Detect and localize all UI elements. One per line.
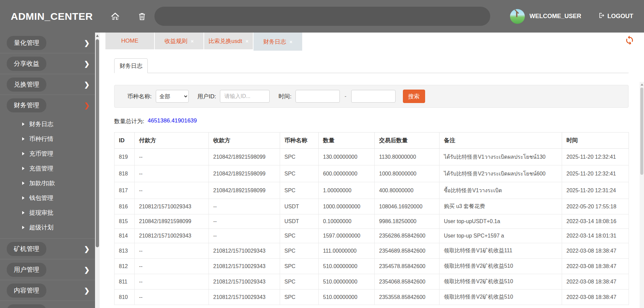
cell-time: 2022-05-20 17:55:18 <box>562 199 629 214</box>
cell-time: 2022-03-08 18:38:47 <box>562 243 629 259</box>
search-button[interactable]: 搜索 <box>403 90 425 103</box>
coin-select[interactable]: 全部 <box>156 90 189 103</box>
close-icon[interactable]: × <box>289 39 292 45</box>
panel-tab-strip: 财务日志 <box>114 58 629 73</box>
submenu-wallet[interactable]: 钱包管理 <box>0 191 95 205</box>
chevron-right-icon: ❯ <box>84 81 90 89</box>
close-icon[interactable]: × <box>245 38 248 44</box>
panel-tab-finance-log[interactable]: 财务日志 <box>114 58 148 73</box>
chevron-right-icon: ❯ <box>84 39 90 47</box>
cell-remark: 领取比特怪兽V1矿机收益111 <box>440 243 562 259</box>
tab-home[interactable]: HOME <box>105 33 154 49</box>
submenu-arrow-icon <box>22 226 25 229</box>
cell-balance-after: 1130.80000000 <box>375 149 440 165</box>
submenu-withdraw-review[interactable]: 提现审批 <box>0 205 95 220</box>
user-id-label: 用户ID: <box>197 93 216 100</box>
cell-balance-after: 2354068.85842600 <box>375 274 440 290</box>
cell-id: 819 <box>114 149 135 165</box>
submenu-coin-market[interactable]: 币种行情 <box>0 132 95 146</box>
cell-payee: 210842/18921598099 <box>209 149 280 165</box>
submenu-super-plan[interactable]: 超级计划 <box>0 220 95 235</box>
cell-remark: 领取比特怪兽V2矿机收益510 <box>440 274 562 290</box>
cell-balance-after: 9986.18250000 <box>375 214 440 229</box>
close-icon[interactable]: × <box>191 38 194 44</box>
cell-amount: 600.00000000 <box>319 165 375 182</box>
cell-payee: -- <box>209 229 280 243</box>
sidebar-item-exchange[interactable]: 兑换管理 ❯ <box>0 74 95 95</box>
content-scrollbar[interactable] <box>640 82 644 308</box>
cell-balance-after: 2356286.85842600 <box>375 229 440 243</box>
cell-amount: 510.00000000 <box>319 274 375 290</box>
sidebar-item-quant[interactable]: 量化管理 ❯ <box>0 33 95 53</box>
welcome-user-label: WELCOME_USER <box>530 13 581 20</box>
logout-icon <box>598 12 605 20</box>
sidebar-item-users[interactable]: 用户管理 ❯ <box>0 259 95 280</box>
tab-finance-log[interactable]: 财务日志 × <box>254 33 302 51</box>
submenu-arrow-icon <box>22 182 25 185</box>
sidebar-item-content[interactable]: 内容管理 ❯ <box>0 280 95 301</box>
sidebar-item-share[interactable]: 分享收益 ❯ <box>0 53 95 74</box>
content-scrollbar-thumb[interactable] <box>640 88 643 175</box>
cell-payer: -- <box>135 149 209 165</box>
totals-row: 数量总计为: 4651386.41901639 <box>114 117 629 125</box>
scroll-up-arrow-icon[interactable] <box>641 84 643 86</box>
tab-bar: HOME 收益规则 × 比索兑换usdt × 财务日志 × <box>100 33 644 49</box>
chevron-right-icon: ❯ <box>84 245 90 253</box>
cell-payee: -- <box>209 214 280 229</box>
totals-label: 数量总计为: <box>114 117 144 125</box>
time-range-separator: - <box>344 93 346 99</box>
cell-coin-name: SPC <box>280 259 319 274</box>
chevron-right-icon: ❯ <box>84 266 90 274</box>
cell-payer: 210842/18921598099 <box>135 214 209 229</box>
time-start-input[interactable] <box>295 90 340 103</box>
avatar <box>510 9 525 24</box>
table-row: 816 210812/15710029343 -- USDT 1000.0000… <box>114 199 629 214</box>
cell-remark: 领取比特怪兽V2矿机收益510 <box>440 259 562 274</box>
user-id-input[interactable] <box>220 90 270 103</box>
coin-name-label: 币种名称: <box>127 93 152 100</box>
tab-peso-usdt[interactable]: 比索兑换usdt × <box>204 33 253 49</box>
cell-balance-after: 2354578.85842600 <box>375 259 440 274</box>
table-row: 814 210812/15710029343 -- SPC 1597.00000… <box>114 229 629 243</box>
sidebar-scrollbar[interactable] <box>95 33 100 308</box>
cell-payer: -- <box>135 274 209 290</box>
cell-amount: 510.00000000 <box>319 259 375 274</box>
cell-payer: 210812/15710029343 <box>135 229 209 243</box>
submenu-finance-log[interactable]: 财务日志 <box>0 117 95 132</box>
sidebar-item-app-config[interactable]: APP配置 ❯ <box>0 301 95 308</box>
cell-id: 815 <box>114 214 135 229</box>
totals-value-link[interactable]: 4651386.41901639 <box>148 117 197 125</box>
time-end-input[interactable] <box>351 90 396 103</box>
trash-icon[interactable] <box>138 12 146 21</box>
cell-coin-name: SPC <box>280 149 319 165</box>
page-content: 财务日志 币种名称: 全部 用户ID: 时间: - 搜索 数量总计为: 4651… <box>100 49 644 305</box>
cell-remark: User top-up SPC+1597 a <box>440 229 562 243</box>
column-header: 付款方 <box>135 133 209 149</box>
submenu-add-deduct[interactable]: 加款/扣款 <box>0 176 95 191</box>
sidebar: 量化管理 ❯ 分享收益 ❯ 兑换管理 ❯ 财务管理 ❯ 财务日志 币种行情 充币… <box>0 33 95 308</box>
cell-id: 811 <box>114 274 135 290</box>
cell-payee: 210812/15710029343 <box>209 259 280 274</box>
column-header: 收款方 <box>209 133 280 149</box>
tab-profit-rules[interactable]: 收益规则 × <box>155 33 203 49</box>
column-header: 币种名称 <box>280 133 319 149</box>
table-body: 819 -- 210842/18921598099 SPC 130.000000… <box>114 149 629 305</box>
home-icon[interactable] <box>110 11 120 21</box>
scroll-up-arrow-icon[interactable] <box>96 35 99 37</box>
submenu-recharge[interactable]: 充值管理 <box>0 161 95 176</box>
cell-time: 2022-03-08 18:38:47 <box>562 259 629 274</box>
logout-button[interactable]: LOGOUT <box>598 12 633 20</box>
cell-time: 2022-03-08 18:38:47 <box>562 290 629 305</box>
cell-remark: ได้รับ比特怪兽V1วางระเบิดผลประโยชน์130 <box>440 149 562 165</box>
cell-coin-name: USDT <box>280 214 319 229</box>
sidebar-item-finance[interactable]: 财务管理 ❯ <box>0 95 95 115</box>
cell-amount: 1000.00000000 <box>319 199 375 214</box>
cell-amount: 111.00000000 <box>319 243 375 259</box>
submenu-coin-deposit[interactable]: 充币管理 <box>0 146 95 161</box>
sidebar-item-miner[interactable]: 矿机管理 ❯ <box>0 238 95 259</box>
header-search-input[interactable] <box>154 7 490 26</box>
cell-coin-name: SPC <box>280 243 319 259</box>
sidebar-scrollbar-thumb[interactable] <box>96 39 99 247</box>
refresh-icon[interactable] <box>625 35 635 47</box>
submenu-arrow-icon <box>22 137 25 141</box>
